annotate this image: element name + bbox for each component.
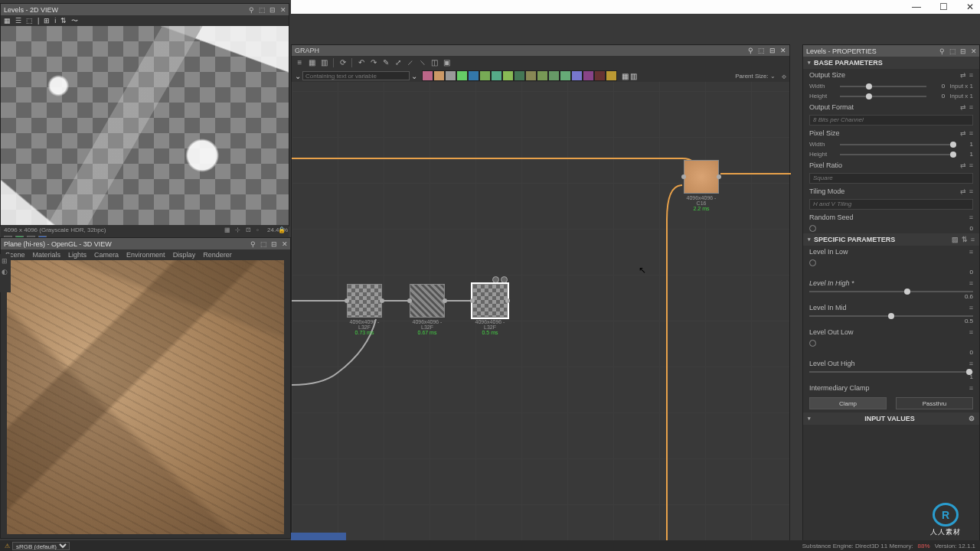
palette-swatch[interactable] <box>456 70 468 81</box>
palette-swatch[interactable] <box>479 70 491 81</box>
tool-icon[interactable]: ▦ <box>224 227 232 234</box>
menu-icon[interactable]: ≡ <box>969 360 973 367</box>
link-icon[interactable]: ⟐ <box>782 72 786 80</box>
grid-icon[interactable]: ▦ <box>4 17 11 24</box>
pin-icon[interactable]: ⚲ <box>938 47 946 55</box>
dropdown-tiling-mode[interactable]: H and V Tiling <box>809 199 973 210</box>
radio[interactable] <box>809 259 816 266</box>
grid-icon[interactable]: ▦ <box>622 72 629 80</box>
maximize-icon[interactable]: ⬚ <box>758 47 765 54</box>
node-thumbnail[interactable] <box>472 284 508 318</box>
palette-swatch[interactable] <box>525 70 537 81</box>
section-specific-parameters[interactable]: SPECIFIC PARAMETERS ▨⇅≡ <box>803 233 979 246</box>
menu-icon[interactable]: ≡ <box>969 328 973 336</box>
palette-swatch[interactable] <box>594 70 606 81</box>
slider[interactable] <box>840 154 955 155</box>
tool-icon[interactable]: ≡ <box>295 58 305 68</box>
warning-icon[interactable]: ⚠ <box>5 543 12 549</box>
panel-header-2d[interactable]: Levels - 2D VIEW ⚲ ⬚ ⊟ ✕ <box>1 4 289 15</box>
node-badge-icon[interactable] <box>492 276 499 283</box>
pin-icon[interactable]: ⚲ <box>247 6 255 14</box>
menu-camera[interactable]: Camera <box>94 251 119 259</box>
palette-swatch[interactable] <box>445 70 456 81</box>
tool-icon[interactable]: ⟍ <box>417 58 427 68</box>
minimize-icon[interactable]: ⊟ <box>269 6 276 14</box>
palette-swatch[interactable] <box>560 70 571 81</box>
maximize-icon[interactable]: ⬚ <box>949 47 956 55</box>
info-icon[interactable]: i <box>54 17 56 24</box>
menu-lights[interactable]: Lights <box>68 251 87 259</box>
palette-swatch[interactable] <box>583 70 594 81</box>
minimize-icon[interactable]: ⊟ <box>959 47 967 55</box>
close-icon[interactable]: ✕ <box>970 47 978 55</box>
expose-icon[interactable]: ⇄ <box>960 71 966 79</box>
radio[interactable] <box>809 340 816 347</box>
menu-icon[interactable]: ≡ <box>969 214 973 221</box>
lock-icon[interactable]: 🔒 <box>278 227 286 234</box>
tool-icon[interactable]: ◦ <box>256 227 264 234</box>
palette-swatch[interactable] <box>468 70 479 81</box>
slider-level-out-low[interactable]: 0 <box>803 338 979 357</box>
palette-swatch[interactable] <box>537 70 548 81</box>
tool-icon[interactable]: ⊞ <box>2 257 9 265</box>
swap-icon[interactable]: ⇅ <box>60 17 67 24</box>
tool-icon[interactable]: ▣ <box>442 58 452 68</box>
expose-icon[interactable]: ⇄ <box>960 103 966 111</box>
menu-materials[interactable]: Materials <box>33 251 61 259</box>
redo-icon[interactable]: ↷ <box>368 58 378 68</box>
close-icon[interactable]: ✕ <box>279 6 287 14</box>
palette-swatch[interactable] <box>571 70 583 81</box>
node-thumbnail[interactable] <box>684 160 719 194</box>
undo-icon[interactable]: ↶ <box>356 58 366 68</box>
palette-swatch[interactable] <box>606 70 617 81</box>
section-input-values[interactable]: INPUT VALUES ⚙ <box>803 412 979 425</box>
slider-level-in-low[interactable]: 0 <box>803 258 979 277</box>
menu-display[interactable]: Display <box>173 251 196 259</box>
gear-icon[interactable]: ⚙ <box>969 415 975 422</box>
frame-icon[interactable]: ⬚ <box>26 17 33 24</box>
menu-icon[interactable]: ≡ <box>971 236 975 243</box>
close-icon[interactable]: ✕ <box>281 240 289 248</box>
viewport-3d[interactable] <box>7 260 284 534</box>
tool-icon[interactable]: ✎ <box>381 58 390 68</box>
palette-swatch[interactable] <box>422 70 433 81</box>
menu-icon[interactable]: ≡ <box>969 248 973 256</box>
menu-icon[interactable]: ≡ <box>969 384 973 392</box>
menu-icon[interactable]: ≡ <box>969 103 973 111</box>
tool-icon[interactable]: ◐ <box>2 268 9 276</box>
menu-icon[interactable]: ≡ <box>969 304 973 311</box>
slider-width[interactable] <box>840 86 926 87</box>
chevron-down-icon[interactable]: ⌄ <box>295 72 301 80</box>
radio[interactable] <box>809 225 816 232</box>
dropdown-output-format[interactable]: 8 Bits per Channel <box>809 115 973 126</box>
menu-icon[interactable]: ≡ <box>969 129 973 137</box>
menu-environment[interactable]: Environment <box>126 251 165 259</box>
section-base-parameters[interactable]: BASE PARAMETERS <box>803 57 979 69</box>
slider-level-out-high[interactable]: 1 <box>803 370 979 382</box>
graph-node[interactable]: 4096x4096 - L32F0.67 ms <box>410 284 445 335</box>
maximize-icon[interactable]: ⬚ <box>260 240 267 248</box>
tool-icon[interactable]: ⊹ <box>235 227 243 234</box>
graph-icon[interactable]: ▨ <box>952 236 959 243</box>
grid-icon[interactable]: ▥ <box>630 72 637 80</box>
slider-height[interactable] <box>840 96 926 97</box>
minimize-icon[interactable]: ⊟ <box>270 240 278 248</box>
expose-icon[interactable]: ⇄ <box>960 187 966 195</box>
node-thumbnail[interactable] <box>347 284 382 318</box>
palette-swatch[interactable] <box>502 70 514 81</box>
palette-swatch[interactable] <box>491 70 502 81</box>
graph-search-input[interactable] <box>302 71 410 80</box>
menu-renderer[interactable]: Renderer <box>203 251 232 259</box>
palette-swatch[interactable] <box>433 70 445 81</box>
menu-icon[interactable]: ≡ <box>969 161 973 169</box>
panel-header-properties[interactable]: Levels - PROPERTIES ⚲ ⬚ ⊟ ✕ <box>803 45 979 57</box>
minimize-icon[interactable]: ⊟ <box>769 47 776 54</box>
palette-swatch[interactable] <box>514 70 525 81</box>
node-badge-icon[interactable] <box>501 276 508 283</box>
menu-icon[interactable]: ≡ <box>969 71 973 79</box>
graph-node[interactable]: 4096x4096 - C162.2 ms <box>684 160 719 211</box>
close-icon[interactable]: ✕ <box>780 47 786 54</box>
menu-icon[interactable]: ≡ <box>969 279 973 287</box>
tool-icon[interactable]: ⟋ <box>405 58 415 68</box>
viewport-2d[interactable] <box>1 26 289 225</box>
